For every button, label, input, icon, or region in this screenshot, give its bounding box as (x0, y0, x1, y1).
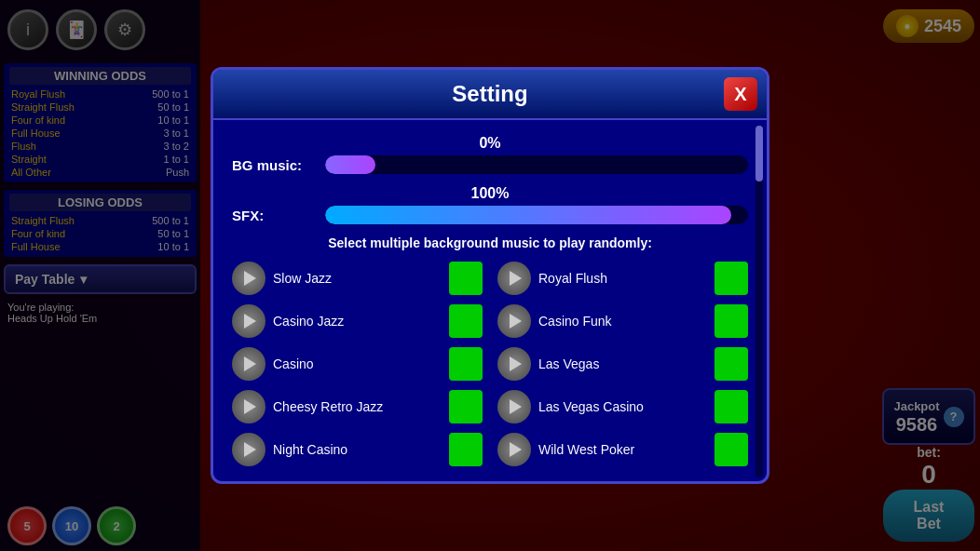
music-item-casino-jazz: Casino Jazz (232, 304, 483, 338)
bg-music-percent: 0% (479, 135, 500, 152)
sfx-label: SFX: (232, 208, 316, 223)
music-item-wild-west-poker: Wild West Poker (497, 433, 748, 466)
modal-header: Setting (213, 70, 767, 120)
play-slow-jazz-button[interactable] (232, 262, 265, 295)
play-icon (244, 442, 256, 457)
music-name: Royal Flush (538, 271, 707, 286)
bg-music-label: BG music: (232, 157, 316, 173)
toggle-casino-funk[interactable] (715, 304, 748, 338)
play-icon (510, 314, 522, 329)
music-item-cheesy-retro-jazz: Cheesy Retro Jazz (232, 390, 483, 423)
sfx-percent: 100% (471, 185, 510, 202)
play-icon (244, 356, 256, 371)
play-night-casino-button[interactable] (232, 433, 265, 466)
music-name: Casino Funk (538, 314, 707, 329)
play-casino-button[interactable] (232, 347, 265, 381)
play-icon (244, 399, 256, 414)
play-icon (510, 399, 522, 414)
toggle-wild-west-poker[interactable] (715, 433, 748, 466)
play-icon (510, 271, 522, 286)
scrollbar-track[interactable] (755, 126, 763, 477)
play-wild-west-poker-button[interactable] (497, 433, 531, 466)
music-item-las-vegas-casino: Las Vegas Casino (497, 390, 748, 423)
play-royal-flush-button[interactable] (497, 262, 531, 295)
toggle-cheesy-retro-jazz[interactable] (449, 390, 483, 423)
music-item-slow-jazz: Slow Jazz (232, 262, 483, 295)
modal-title: Setting (452, 81, 527, 106)
play-casino-funk-button[interactable] (497, 304, 531, 338)
toggle-las-vegas[interactable] (715, 347, 748, 381)
sfx-fill (325, 206, 731, 224)
modal-overlay: Setting X 0% BG music: 100% SFX: (0, 0, 980, 551)
music-item-las-vegas: Las Vegas (497, 347, 748, 381)
music-item-night-casino: Night Casino (232, 433, 483, 466)
play-casino-jazz-button[interactable] (232, 304, 265, 338)
play-las-vegas-casino-button[interactable] (497, 390, 531, 423)
play-icon (510, 356, 522, 371)
modal-close-button[interactable]: X (724, 77, 757, 111)
modal-body: 0% BG music: 100% SFX: (213, 120, 767, 481)
settings-modal: Setting X 0% BG music: 100% SFX: (211, 67, 769, 484)
play-icon (244, 314, 256, 329)
scrollbar-thumb[interactable] (755, 126, 763, 181)
music-name: Wild West Poker (538, 442, 707, 457)
music-name: Casino (273, 356, 442, 371)
music-name: Slow Jazz (273, 271, 442, 286)
toggle-casino-jazz[interactable] (449, 304, 483, 338)
sfx-slider-row: 100% SFX: (232, 185, 748, 224)
play-las-vegas-button[interactable] (497, 347, 531, 381)
toggle-night-casino[interactable] (449, 433, 483, 466)
music-name: Night Casino (273, 442, 442, 457)
toggle-casino[interactable] (449, 347, 483, 381)
sfx-track[interactable] (325, 206, 748, 224)
music-grid: Slow Jazz Royal Flush Casino Jazz Casino… (232, 262, 748, 466)
music-item-casino-funk: Casino Funk (497, 304, 748, 338)
music-name: Casino Jazz (273, 314, 442, 329)
music-select-label: Select multiple background music to play… (232, 235, 748, 250)
toggle-slow-jazz[interactable] (449, 262, 483, 295)
music-name: Cheesy Retro Jazz (273, 399, 442, 414)
play-icon (244, 271, 256, 286)
bg-music-track[interactable] (325, 155, 748, 174)
bg-music-slider-row: 0% BG music: (232, 135, 748, 174)
toggle-las-vegas-casino[interactable] (715, 390, 748, 423)
music-item-casino: Casino (232, 347, 483, 381)
bg-music-slider-container: BG music: (232, 155, 748, 174)
music-item-royal-flush: Royal Flush (497, 262, 748, 295)
bg-music-fill (325, 155, 375, 174)
music-name: Las Vegas (538, 356, 707, 371)
music-name: Las Vegas Casino (538, 399, 707, 414)
sfx-slider-container: SFX: (232, 206, 748, 224)
toggle-royal-flush[interactable] (715, 262, 748, 295)
play-cheesy-retro-jazz-button[interactable] (232, 390, 265, 423)
play-icon (510, 442, 522, 457)
